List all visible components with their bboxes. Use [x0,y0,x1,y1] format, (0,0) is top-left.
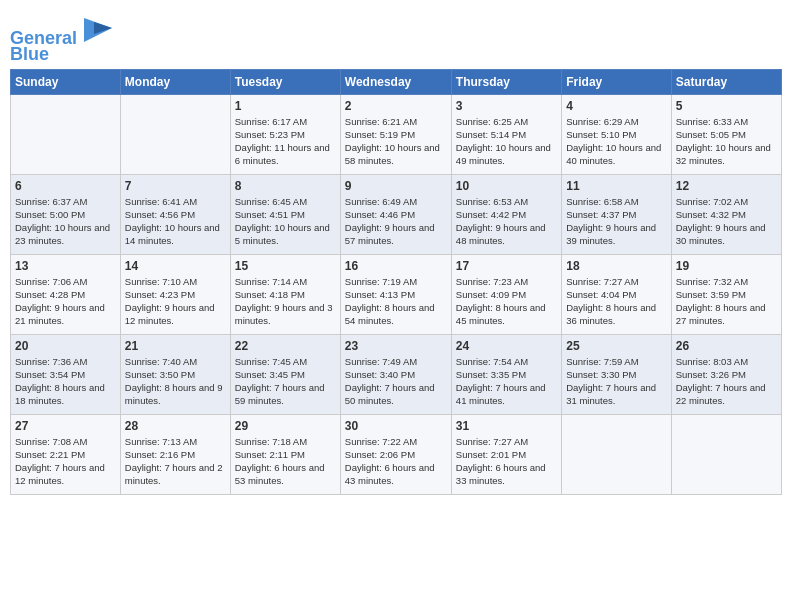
day-cell: 7Sunrise: 6:41 AM Sunset: 4:56 PM Daylig… [120,174,230,254]
day-number: 4 [566,99,666,113]
day-number: 26 [676,339,777,353]
col-header-tuesday: Tuesday [230,69,340,94]
day-info: Sunrise: 6:25 AM Sunset: 5:14 PM Dayligh… [456,115,557,168]
day-info: Sunrise: 7:18 AM Sunset: 2:11 PM Dayligh… [235,435,336,488]
day-number: 28 [125,419,226,433]
day-cell: 11Sunrise: 6:58 AM Sunset: 4:37 PM Dayli… [562,174,671,254]
page-header: General Blue [10,10,782,65]
col-header-thursday: Thursday [451,69,561,94]
day-cell: 2Sunrise: 6:21 AM Sunset: 5:19 PM Daylig… [340,94,451,174]
day-number: 8 [235,179,336,193]
day-number: 6 [15,179,116,193]
day-info: Sunrise: 7:10 AM Sunset: 4:23 PM Dayligh… [125,275,226,328]
week-row-2: 6Sunrise: 6:37 AM Sunset: 5:00 PM Daylig… [11,174,782,254]
day-info: Sunrise: 6:53 AM Sunset: 4:42 PM Dayligh… [456,195,557,248]
day-info: Sunrise: 6:29 AM Sunset: 5:10 PM Dayligh… [566,115,666,168]
day-info: Sunrise: 7:06 AM Sunset: 4:28 PM Dayligh… [15,275,116,328]
day-info: Sunrise: 6:33 AM Sunset: 5:05 PM Dayligh… [676,115,777,168]
day-number: 18 [566,259,666,273]
day-info: Sunrise: 7:32 AM Sunset: 3:59 PM Dayligh… [676,275,777,328]
day-info: Sunrise: 7:27 AM Sunset: 2:01 PM Dayligh… [456,435,557,488]
day-number: 13 [15,259,116,273]
day-cell: 29Sunrise: 7:18 AM Sunset: 2:11 PM Dayli… [230,414,340,494]
day-cell: 13Sunrise: 7:06 AM Sunset: 4:28 PM Dayli… [11,254,121,334]
calendar-table: SundayMondayTuesdayWednesdayThursdayFrid… [10,69,782,495]
day-cell [11,94,121,174]
day-number: 15 [235,259,336,273]
day-number: 25 [566,339,666,353]
day-number: 24 [456,339,557,353]
logo-icon [84,14,114,44]
day-number: 9 [345,179,447,193]
day-cell: 15Sunrise: 7:14 AM Sunset: 4:18 PM Dayli… [230,254,340,334]
week-row-5: 27Sunrise: 7:08 AM Sunset: 2:21 PM Dayli… [11,414,782,494]
col-header-saturday: Saturday [671,69,781,94]
day-info: Sunrise: 8:03 AM Sunset: 3:26 PM Dayligh… [676,355,777,408]
day-info: Sunrise: 7:19 AM Sunset: 4:13 PM Dayligh… [345,275,447,328]
day-number: 19 [676,259,777,273]
day-cell: 9Sunrise: 6:49 AM Sunset: 4:46 PM Daylig… [340,174,451,254]
day-cell: 5Sunrise: 6:33 AM Sunset: 5:05 PM Daylig… [671,94,781,174]
logo: General Blue [10,14,114,65]
col-header-sunday: Sunday [11,69,121,94]
day-cell: 21Sunrise: 7:40 AM Sunset: 3:50 PM Dayli… [120,334,230,414]
week-row-4: 20Sunrise: 7:36 AM Sunset: 3:54 PM Dayli… [11,334,782,414]
day-info: Sunrise: 7:59 AM Sunset: 3:30 PM Dayligh… [566,355,666,408]
day-number: 20 [15,339,116,353]
day-number: 31 [456,419,557,433]
day-info: Sunrise: 6:41 AM Sunset: 4:56 PM Dayligh… [125,195,226,248]
day-cell: 16Sunrise: 7:19 AM Sunset: 4:13 PM Dayli… [340,254,451,334]
day-cell: 4Sunrise: 6:29 AM Sunset: 5:10 PM Daylig… [562,94,671,174]
day-info: Sunrise: 7:13 AM Sunset: 2:16 PM Dayligh… [125,435,226,488]
day-info: Sunrise: 6:21 AM Sunset: 5:19 PM Dayligh… [345,115,447,168]
day-number: 2 [345,99,447,113]
day-number: 1 [235,99,336,113]
day-cell: 30Sunrise: 7:22 AM Sunset: 2:06 PM Dayli… [340,414,451,494]
day-info: Sunrise: 7:36 AM Sunset: 3:54 PM Dayligh… [15,355,116,408]
day-cell [671,414,781,494]
day-info: Sunrise: 7:08 AM Sunset: 2:21 PM Dayligh… [15,435,116,488]
day-number: 7 [125,179,226,193]
day-info: Sunrise: 7:23 AM Sunset: 4:09 PM Dayligh… [456,275,557,328]
day-cell: 25Sunrise: 7:59 AM Sunset: 3:30 PM Dayli… [562,334,671,414]
day-info: Sunrise: 6:37 AM Sunset: 5:00 PM Dayligh… [15,195,116,248]
day-number: 17 [456,259,557,273]
day-number: 12 [676,179,777,193]
day-cell: 26Sunrise: 8:03 AM Sunset: 3:26 PM Dayli… [671,334,781,414]
day-number: 22 [235,339,336,353]
day-info: Sunrise: 7:54 AM Sunset: 3:35 PM Dayligh… [456,355,557,408]
day-info: Sunrise: 7:02 AM Sunset: 4:32 PM Dayligh… [676,195,777,248]
col-header-friday: Friday [562,69,671,94]
day-cell [562,414,671,494]
day-number: 10 [456,179,557,193]
day-info: Sunrise: 6:49 AM Sunset: 4:46 PM Dayligh… [345,195,447,248]
day-cell: 22Sunrise: 7:45 AM Sunset: 3:45 PM Dayli… [230,334,340,414]
day-info: Sunrise: 7:40 AM Sunset: 3:50 PM Dayligh… [125,355,226,408]
day-cell: 23Sunrise: 7:49 AM Sunset: 3:40 PM Dayli… [340,334,451,414]
day-cell: 28Sunrise: 7:13 AM Sunset: 2:16 PM Dayli… [120,414,230,494]
day-cell: 14Sunrise: 7:10 AM Sunset: 4:23 PM Dayli… [120,254,230,334]
day-info: Sunrise: 7:27 AM Sunset: 4:04 PM Dayligh… [566,275,666,328]
day-cell: 6Sunrise: 6:37 AM Sunset: 5:00 PM Daylig… [11,174,121,254]
col-header-wednesday: Wednesday [340,69,451,94]
day-number: 5 [676,99,777,113]
day-cell: 27Sunrise: 7:08 AM Sunset: 2:21 PM Dayli… [11,414,121,494]
day-cell: 18Sunrise: 7:27 AM Sunset: 4:04 PM Dayli… [562,254,671,334]
day-number: 3 [456,99,557,113]
week-row-1: 1Sunrise: 6:17 AM Sunset: 5:23 PM Daylig… [11,94,782,174]
day-info: Sunrise: 7:45 AM Sunset: 3:45 PM Dayligh… [235,355,336,408]
day-cell: 24Sunrise: 7:54 AM Sunset: 3:35 PM Dayli… [451,334,561,414]
day-info: Sunrise: 7:22 AM Sunset: 2:06 PM Dayligh… [345,435,447,488]
day-cell: 3Sunrise: 6:25 AM Sunset: 5:14 PM Daylig… [451,94,561,174]
day-cell: 10Sunrise: 6:53 AM Sunset: 4:42 PM Dayli… [451,174,561,254]
day-cell: 31Sunrise: 7:27 AM Sunset: 2:01 PM Dayli… [451,414,561,494]
day-info: Sunrise: 6:45 AM Sunset: 4:51 PM Dayligh… [235,195,336,248]
day-cell: 8Sunrise: 6:45 AM Sunset: 4:51 PM Daylig… [230,174,340,254]
day-info: Sunrise: 7:49 AM Sunset: 3:40 PM Dayligh… [345,355,447,408]
day-cell: 12Sunrise: 7:02 AM Sunset: 4:32 PM Dayli… [671,174,781,254]
col-header-monday: Monday [120,69,230,94]
day-number: 27 [15,419,116,433]
day-info: Sunrise: 6:58 AM Sunset: 4:37 PM Dayligh… [566,195,666,248]
day-cell: 1Sunrise: 6:17 AM Sunset: 5:23 PM Daylig… [230,94,340,174]
day-cell [120,94,230,174]
